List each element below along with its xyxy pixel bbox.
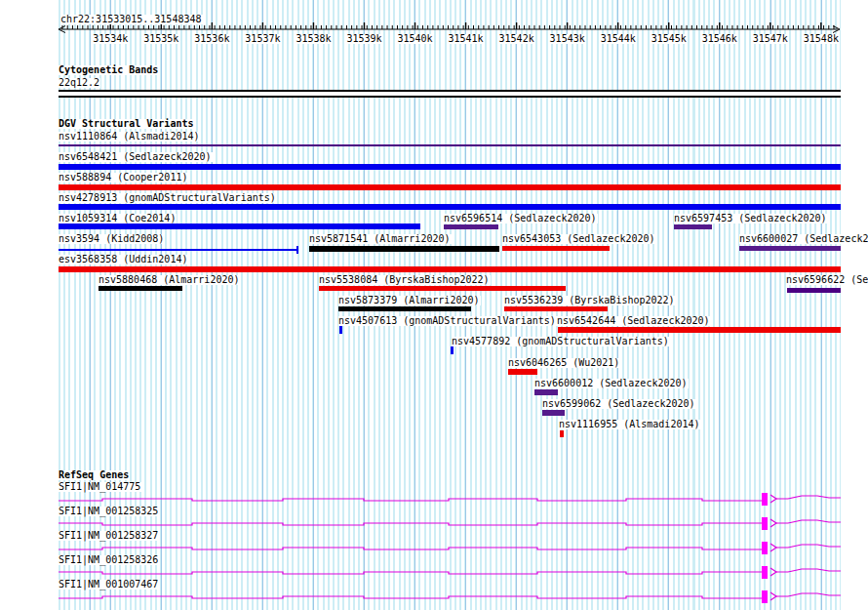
variant-bar[interactable]: [59, 266, 841, 272]
gene-intron-line[interactable]: [59, 548, 762, 549]
refseq-track-header: RefSeq Genes: [59, 470, 130, 480]
gene-exon-box[interactable]: [762, 517, 768, 530]
dgv-track-header: DGV Structural Variants: [59, 119, 194, 129]
variant-label: nsv5871541 (Almarri2020): [309, 234, 452, 244]
variant-label: nsv6548421 (Sedlazeck2020): [59, 152, 213, 162]
variant-label: nsv5873379 (Almarri2020): [338, 296, 481, 305]
ruler-tick-label: 31534k: [93, 34, 128, 44]
variant-bar[interactable]: [59, 224, 420, 229]
variant-bar[interactable]: [542, 410, 565, 416]
variant-bar[interactable]: [338, 306, 471, 311]
variant-bar[interactable]: [560, 430, 564, 437]
variant-label: nsv6599062 (Sedlazeck2020): [542, 399, 696, 409]
variant-bar[interactable]: [504, 306, 608, 311]
variant-label: nsv5536239 (ByrskaBishop2022): [504, 296, 676, 305]
region-title: chr22:31533015..31548348: [60, 15, 203, 24]
ruler-tick-label: 31545k: [651, 34, 687, 44]
gene-intron-line[interactable]: [776, 520, 841, 523]
variant-label: nsv5880468 (Almarri2020): [99, 275, 241, 285]
ruler-tick-label: 31544k: [601, 34, 636, 44]
ruler-tick-label: 31543k: [550, 34, 585, 44]
ruler-tick-label: 31538k: [296, 34, 331, 44]
gene-intron-line[interactable]: [59, 596, 762, 598]
gene-label: SFI1|NM_001258327: [59, 531, 159, 541]
variant-bar[interactable]: [59, 204, 841, 210]
gene-intron-line[interactable]: [59, 499, 762, 501]
gene-label: SFI1|NM_014775: [59, 482, 141, 492]
variant-label: nsv6542644 (Sedlazeck2020): [557, 316, 711, 326]
variant-bar[interactable]: [59, 249, 298, 251]
gene-strand-arrow-icon: [770, 495, 776, 503]
gene-strand-arrow-icon: [770, 592, 776, 600]
ruler-tick-label: 31539k: [346, 34, 381, 44]
variant-bar[interactable]: [787, 288, 841, 293]
variant-label: esv3568358 (Uddin2014): [59, 255, 188, 264]
variant-label: nsv4577892 (gnomADStructuralVariants): [452, 337, 670, 346]
gene-intron-line[interactable]: [776, 569, 841, 572]
variant-label: nsv1116955 (Alsmadi2014): [559, 420, 701, 429]
ruler-tick-label: 31537k: [245, 34, 280, 44]
gene-label: SFI1|NM_001258325: [59, 507, 159, 516]
cytogenetic-band-bar[interactable]: [59, 90, 841, 98]
variant-bar[interactable]: [558, 327, 841, 333]
variant-bar[interactable]: [739, 246, 841, 251]
gene-strand-arrow-icon: [770, 568, 776, 576]
variant-bar[interactable]: [59, 164, 841, 170]
gene-exon-box[interactable]: [762, 493, 768, 506]
ruler-tick-label: 31542k: [499, 34, 534, 44]
variant-bar[interactable]: [444, 224, 498, 229]
gene-intron-line[interactable]: [59, 572, 762, 574]
gene-intron-line[interactable]: [776, 545, 841, 548]
variant-label: nsv588894 (Cooper2011): [59, 173, 188, 183]
gene-exon-box[interactable]: [762, 566, 768, 579]
gene-label: SFI1|NM_001007467: [59, 580, 159, 590]
variant-label: nsv6046265 (Wu2021): [508, 358, 620, 368]
variant-bar[interactable]: [99, 286, 182, 291]
ruler-tick-label: 31548k: [804, 34, 839, 44]
ruler-tick-label: 31536k: [194, 34, 229, 44]
variant-label: nsv1059314 (Coe2014): [59, 214, 177, 224]
gene-intron-line[interactable]: [776, 496, 841, 499]
variant-bar[interactable]: [534, 389, 558, 395]
cytogenetic-band-label: 22q12.2: [59, 78, 100, 88]
gene-strand-arrow-icon: [770, 544, 776, 551]
ruler-tick-label: 31547k: [753, 34, 788, 44]
ruler-tick-label: 31540k: [397, 34, 432, 44]
ruler-tick-label: 31546k: [702, 34, 737, 44]
gene-intron-line[interactable]: [59, 523, 762, 525]
variant-label: nsv3594 (Kidd2008): [59, 234, 165, 244]
variant-bar[interactable]: [508, 369, 537, 375]
variant-bar[interactable]: [674, 224, 712, 229]
variant-label: nsv1110864 (Alsmadi2014): [59, 132, 201, 142]
gene-strand-arrow-icon: [770, 519, 776, 527]
ruler-tick-label: 31541k: [449, 34, 484, 44]
variant-label: nsv6597453 (Sedlazeck2020): [674, 214, 828, 224]
variant-label: nsv6600012 (Sedlazeck2020): [534, 379, 689, 388]
variant-bar-end-cap[interactable]: [296, 246, 298, 254]
variant-bar[interactable]: [339, 326, 342, 334]
variant-bar[interactable]: [451, 346, 454, 354]
variant-bar[interactable]: [309, 246, 499, 252]
variant-label: nsv4507613 (gnomADStructuralVariants): [338, 316, 557, 326]
gene-intron-line[interactable]: [776, 593, 841, 596]
genome-browser-view: chr22:31533015..31548348 31534k31535k315…: [0, 0, 868, 610]
gene-label: SFI1|NM_001258326: [59, 555, 159, 565]
variant-label: nsv6600027 (Sedlazeck2020): [739, 234, 868, 244]
cytogenetic-bands-header: Cytogenetic Bands: [59, 65, 159, 75]
variant-bar[interactable]: [59, 144, 841, 146]
variant-label: nsv6543053 (Sedlazeck2020): [502, 234, 656, 244]
variant-bar[interactable]: [59, 184, 841, 190]
variant-label: nsv6596514 (Sedlazeck2020): [444, 214, 598, 224]
variant-label: nsv4278913 (gnomADStructuralVariants): [59, 193, 277, 203]
gene-exon-box[interactable]: [762, 590, 768, 603]
variant-label: nsv6596622 (Sedlazeck2020): [786, 275, 868, 285]
variant-bar[interactable]: [319, 286, 566, 291]
variant-bar[interactable]: [502, 246, 610, 251]
gene-exon-box[interactable]: [762, 542, 768, 554]
ruler-tick-label: 31535k: [143, 34, 178, 44]
variant-label: nsv5538084 (ByrskaBishop2022): [319, 275, 491, 285]
